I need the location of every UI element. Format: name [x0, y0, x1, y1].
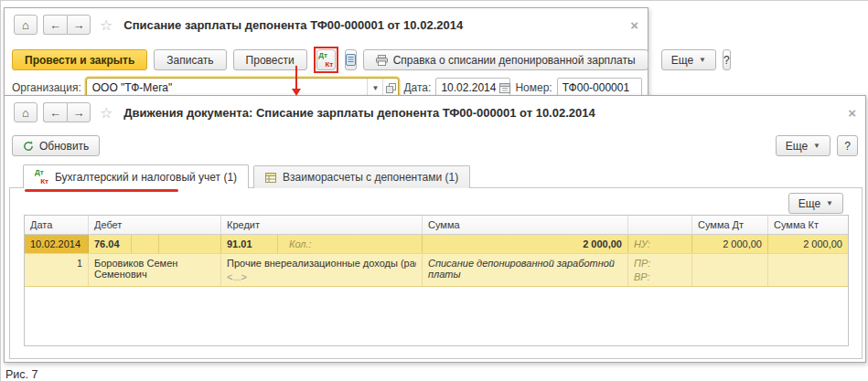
more-button[interactable]: Еще ▼: [661, 49, 716, 70]
document-register-icon[interactable]: [345, 49, 357, 70]
back-icon[interactable]: ←: [43, 15, 67, 35]
chevron-down-icon[interactable]: ▼: [367, 79, 382, 97]
favorite-star-icon[interactable]: ☆: [100, 104, 113, 122]
history-nav: ← →: [43, 102, 91, 122]
cell-amount-kt[interactable]: 2 000,00: [768, 235, 848, 253]
printer-icon: [376, 55, 388, 66]
table-row[interactable]: 1 Боровиков Семен Семенович Прочие внере…: [25, 253, 848, 287]
more-label: Еще: [798, 197, 820, 210]
table-row[interactable]: 10.02.2014 76.04 91.01 Кол.:: [25, 235, 848, 253]
cell-empty[interactable]: [768, 253, 848, 286]
favorite-star-icon[interactable]: ☆: [100, 16, 113, 34]
home-icon[interactable]: ⌂: [14, 15, 38, 35]
home-icon[interactable]: ⌂: [14, 102, 38, 122]
show-postings-button[interactable]: ДтКт: [316, 49, 336, 70]
tab-accounting-tax-label: Бухгалтерский и налоговый учет (1): [55, 171, 237, 184]
help-button[interactable]: ?: [837, 135, 858, 156]
postings-table-header: Дата Дебет Кредит Сумма Сумма Дт Сумма К…: [25, 216, 848, 235]
col-header-amount-dt[interactable]: Сумма Дт: [692, 216, 768, 235]
refresh-button[interactable]: Обновить: [12, 135, 100, 156]
close-icon[interactable]: ×: [848, 105, 856, 121]
cell-pr-vr-labels[interactable]: ПР: ВР:: [628, 253, 692, 286]
movements-window-title: Движения документа: Списание зарплаты де…: [123, 106, 595, 120]
number-label: Номер:: [515, 81, 552, 94]
cell-nu-label[interactable]: НУ:: [628, 235, 692, 253]
more-label: Еще: [786, 140, 808, 153]
cell-debit-account[interactable]: 76.04: [89, 235, 221, 253]
col-header-amount[interactable]: Сумма: [423, 216, 628, 235]
cell-description[interactable]: Списание депонированной заработной платы: [423, 253, 628, 286]
annotation-red-underline: [25, 189, 178, 192]
qty-label: Кол.:: [278, 238, 312, 249]
more-button[interactable]: Еще ▼: [776, 135, 830, 156]
organization-label: Организация:: [12, 81, 81, 94]
movements-tabs: ДтКт Бухгалтерский и налоговый учет (1) …: [23, 164, 470, 188]
date-value: 10.02.2014: [441, 81, 496, 94]
table-more-button[interactable]: Еще ▼: [788, 193, 843, 214]
cell-amount[interactable]: 2 000,00: [423, 235, 628, 253]
calendar-icon[interactable]: [496, 82, 510, 93]
refresh-icon: [23, 141, 34, 152]
figure-caption: Рис. 7: [5, 368, 38, 381]
cell-credit-account[interactable]: 91.01 Кол.:: [221, 235, 423, 253]
movements-window-header: ⌂ ← → ☆ Движения документа: Списание зар…: [5, 96, 865, 129]
deponent-reference-label: Справка о списании депонированной зарпла…: [393, 54, 636, 67]
pr-label: ПР:: [634, 258, 686, 269]
post-and-close-button[interactable]: Провести и закрыть: [12, 49, 147, 70]
col-header-debit[interactable]: Дебет: [89, 216, 221, 235]
cell-empty[interactable]: [692, 253, 768, 286]
back-icon[interactable]: ←: [43, 102, 67, 122]
col-header-date[interactable]: Дата: [25, 216, 89, 235]
cell-line-number[interactable]: 1: [25, 253, 89, 286]
empty-subconto: <...>: [227, 271, 416, 282]
col-header-credit[interactable]: Кредит: [221, 216, 423, 235]
dtkt-icon: ДтКт: [35, 170, 48, 184]
help-button[interactable]: ?: [723, 49, 731, 70]
tab-deponent-settlements-label: Взаиморасчеты с депонентами (1): [283, 171, 458, 184]
forward-icon[interactable]: →: [67, 15, 91, 35]
postings-table: Дата Дебет Кредит Сумма Сумма Дт Сумма К…: [24, 215, 849, 346]
date-label: Дата:: [403, 81, 431, 94]
deponent-reference-button[interactable]: Справка о списании депонированной зарпла…: [363, 49, 648, 70]
cell-date[interactable]: 10.02.2014: [25, 235, 89, 253]
document-toolbar: Провести и закрыть Записать Провести ДтК…: [12, 48, 640, 71]
register-grid-icon: [265, 173, 276, 183]
screenshot-stage: ⌂ ← → ☆ Списание зарплаты депонента ТФ00…: [0, 0, 868, 381]
refresh-label: Обновить: [39, 140, 89, 153]
chevron-down-icon: ▼: [699, 56, 706, 64]
tab-accounting-tax[interactable]: ДтКт Бухгалтерский и налоговый учет (1): [23, 164, 249, 188]
annotation-red-box: ДтКт: [314, 47, 338, 73]
movements-tab-panel: Еще ▼ Дата Дебет Кредит Сумма Сумма Дт С…: [9, 187, 863, 359]
document-window-title: Списание зарплаты депонента ТФ00-000001 …: [123, 18, 463, 32]
cell-amount-dt[interactable]: 2 000,00: [692, 235, 768, 253]
annotation-arrow-line: [295, 66, 297, 90]
document-window-header: ⌂ ← → ☆ Списание зарплаты депонента ТФ00…: [5, 8, 648, 41]
cell-debit-analytics[interactable]: Боровиков Семен Семенович: [89, 253, 221, 286]
table-empty-area[interactable]: [25, 287, 848, 345]
annotation-arrow-head: [292, 89, 301, 96]
document-window: ⌂ ← → ☆ Списание зарплаты депонента ТФ00…: [4, 7, 648, 96]
save-button[interactable]: Записать: [154, 49, 226, 70]
more-label: Еще: [671, 54, 693, 67]
col-header-amount-kt[interactable]: Сумма Кт: [768, 216, 848, 235]
cell-credit-analytics[interactable]: Прочие внереализационные доходы (расходы…: [221, 253, 423, 286]
movements-actions-row: Обновить Еще ▼ ?: [12, 134, 858, 157]
vr-label: ВР:: [634, 271, 686, 282]
organization-value: ООО "ТФ-Мега": [92, 81, 368, 94]
journal-icon: [346, 54, 356, 66]
tab-deponent-settlements[interactable]: Взаиморасчеты с депонентами (1): [253, 165, 470, 188]
chevron-down-icon: ▼: [826, 199, 833, 207]
dtkt-icon: ДтКт: [318, 53, 333, 67]
history-nav: ← →: [43, 15, 91, 35]
col-header-aux[interactable]: [628, 216, 692, 235]
number-value: ТФ00-000001: [563, 81, 629, 94]
chevron-down-icon: ▼: [813, 142, 820, 150]
forward-icon[interactable]: →: [67, 102, 91, 122]
movements-window: ⌂ ← → ☆ Движения документа: Списание зар…: [4, 95, 866, 363]
close-icon[interactable]: ×: [630, 17, 638, 33]
open-link-icon[interactable]: [382, 79, 398, 97]
